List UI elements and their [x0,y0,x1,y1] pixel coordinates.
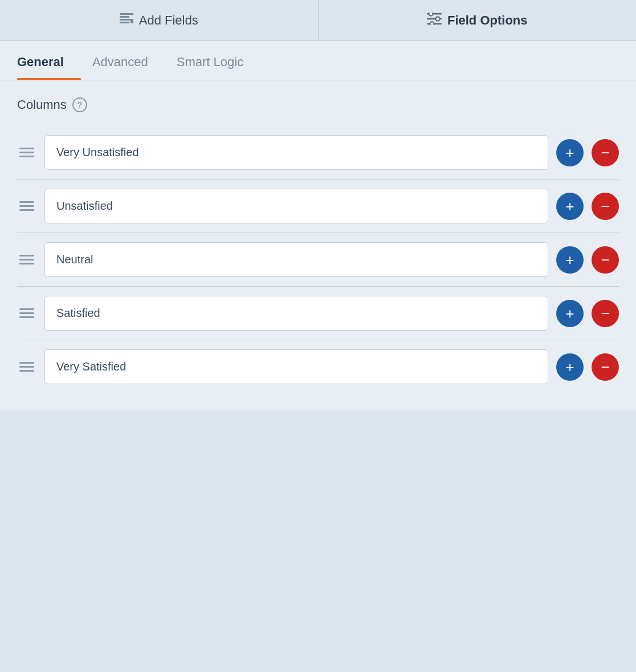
field-options-icon [427,13,442,28]
add-button-2[interactable]: + [556,193,584,220]
svg-rect-0 [120,13,133,15]
drag-handle-4[interactable] [17,306,36,320]
drag-handle-2[interactable] [17,199,36,213]
columns-label-text: Columns [17,97,67,112]
remove-icon-3: − [601,252,609,267]
add-fields-tab[interactable]: Add Fields [0,0,319,40]
add-button-1[interactable]: + [556,139,584,166]
column-row-5: + − [17,340,619,393]
svg-point-10 [430,22,434,25]
drag-handle-1[interactable] [17,145,36,160]
svg-point-9 [435,17,439,21]
column-input-3[interactable] [44,242,548,277]
tab-bar: General Advanced Smart Logic [0,41,636,80]
add-fields-icon [120,13,133,27]
field-options-tab[interactable]: Field Options [319,0,637,40]
column-row-2: + − [17,180,619,233]
add-icon-5: + [565,360,574,374]
column-row-4: + − [17,287,619,340]
column-input-1[interactable] [44,135,548,170]
svg-rect-3 [120,22,129,23]
svg-rect-2 [120,19,133,21]
add-button-5[interactable]: + [556,353,584,381]
remove-button-4[interactable]: − [592,300,619,327]
column-row-3: + − [17,233,619,287]
columns-list: + − + − [17,126,619,393]
column-input-4[interactable] [44,296,548,331]
remove-button-5[interactable]: − [592,353,619,381]
column-input-2[interactable] [44,189,548,223]
field-options-label: Field Options [447,13,528,28]
content-area: Columns ? + − [0,80,636,410]
remove-button-3[interactable]: − [592,246,619,274]
add-fields-label: Add Fields [139,13,198,28]
add-button-3[interactable]: + [556,246,584,274]
remove-icon-5: − [601,360,609,374]
tab-smart-logic[interactable]: Smart Logic [177,41,260,80]
columns-section-label: Columns ? [17,97,619,112]
svg-rect-1 [120,16,129,18]
remove-icon-4: − [601,306,609,321]
column-input-5[interactable] [44,349,548,384]
remove-button-1[interactable]: − [592,139,619,166]
svg-point-8 [429,13,433,16]
remove-button-2[interactable]: − [592,193,619,220]
drag-handle-3[interactable] [17,252,36,267]
svg-rect-4 [131,21,133,23]
panel-header: Add Fields Field Options [0,0,636,41]
remove-icon-2: − [601,199,609,214]
columns-help-icon[interactable]: ? [72,97,87,112]
column-row-1: + − [17,126,619,180]
add-icon-3: + [565,252,574,267]
add-icon-2: + [565,199,574,214]
add-button-4[interactable]: + [556,300,584,327]
drag-handle-5[interactable] [17,360,36,374]
tab-general[interactable]: General [17,41,81,80]
remove-icon-1: − [601,145,609,160]
tab-advanced[interactable]: Advanced [92,41,165,80]
add-icon-1: + [565,145,574,160]
add-icon-4: + [565,306,574,321]
